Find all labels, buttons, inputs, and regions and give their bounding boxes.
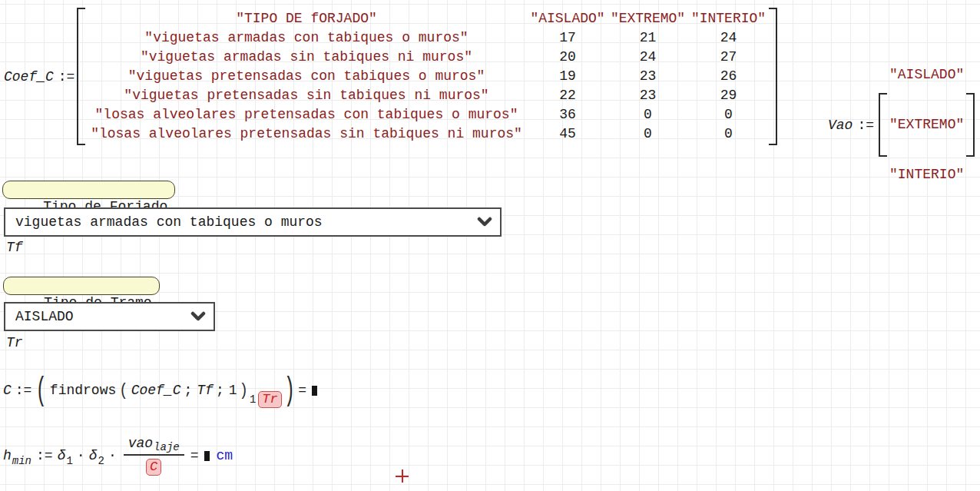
result-placeholder-box xyxy=(204,451,210,461)
tramo-dropdown[interactable]: AISLADO xyxy=(4,302,215,331)
formula-arg: Tf xyxy=(197,383,214,398)
variable-name: Tf xyxy=(6,240,23,255)
matrix-header-cell: "EXTREMO" xyxy=(608,9,688,28)
matrix-row-name: "viguetas pretensadas sin tabiques ni mu… xyxy=(85,86,528,105)
multiply-dot: · xyxy=(77,448,85,463)
coef-matrix-table: "TIPO DE fORJADO" "AISLADO" "EXTREMO" "I… xyxy=(85,9,769,144)
tramo-variable[interactable]: Tr xyxy=(6,335,23,350)
tramo-dropdown-value: AISLADO xyxy=(15,309,74,324)
equals-operator: = xyxy=(298,383,306,398)
matrix-header-cell: "TIPO DE fORJADO" xyxy=(85,9,528,28)
matrix-left-bracket xyxy=(77,8,85,145)
matrix-cell: 23 xyxy=(608,67,688,86)
equals-operator: = xyxy=(190,448,199,463)
matrix-cell: 20 xyxy=(528,48,608,67)
vector-item: "AISLADO" xyxy=(887,65,966,85)
matrix-row-name: "viguetas armadas con tabiques o muros" xyxy=(85,28,528,48)
variable-name: Tr xyxy=(6,335,23,350)
formula-arg: 1 xyxy=(229,383,237,398)
matrix-right-bracket xyxy=(769,8,777,145)
delta-1-subscript: 1 xyxy=(66,455,72,467)
formula-arg: Coef_C xyxy=(131,383,181,398)
matrix-cell: 24 xyxy=(688,28,769,48)
delta-2-subscript: 2 xyxy=(98,455,104,467)
open-paren: ( xyxy=(119,380,127,400)
unit-label: cm xyxy=(217,448,233,463)
separator: ; xyxy=(216,383,224,398)
matrix-cell: 19 xyxy=(528,67,608,86)
fraction: vaolaje C xyxy=(124,436,184,476)
vector-right-bracket xyxy=(966,93,975,157)
matrix-index-subscript: 1 Tr xyxy=(248,391,283,408)
tag-tipo-de-forjado[interactable]: Tipo de Forjado xyxy=(2,181,175,199)
numerator-subscript: laje xyxy=(154,441,180,456)
matrix-cell: 26 xyxy=(688,67,769,86)
error-highlight-c[interactable]: C xyxy=(146,459,161,476)
fraction-numerator: vaolaje xyxy=(124,436,184,456)
vao-assignment: Vao:= xyxy=(828,118,874,133)
coef-matrix-name: Coef_C xyxy=(4,69,54,85)
matrix-header-cell: "AISLADO" xyxy=(528,9,608,28)
vao-vector-items: "AISLADO" "EXTREMO" "INTERIO" xyxy=(887,35,966,215)
close-paren: ) xyxy=(284,372,295,408)
forjado-dropdown-value: viguetas armadas con tabiques o muros xyxy=(15,214,323,230)
lhs-subscript: min xyxy=(12,455,31,467)
forjado-variable[interactable]: Tf xyxy=(6,240,23,255)
assign-operator: := xyxy=(58,69,75,85)
vector-item: "EXTREMO" xyxy=(887,115,966,134)
assign-operator: := xyxy=(36,448,53,463)
crosshair-vertical xyxy=(402,469,403,483)
matrix-cell: 23 xyxy=(608,86,688,105)
formula-hmin-region[interactable]: hmin := δ1 · δ2 · vaolaje C = cm xyxy=(3,429,233,483)
delta-1: δ xyxy=(58,448,66,463)
vector-left-bracket xyxy=(879,93,887,157)
matrix-cell: 17 xyxy=(528,28,608,48)
vector-item: "INTERIO" xyxy=(887,165,966,184)
separator: ; xyxy=(184,383,192,398)
matrix-cell: 0 xyxy=(608,105,688,124)
formula-c-lhs: C xyxy=(3,383,12,398)
matrix-row-name: "viguetas pretensadas con tabiques o mur… xyxy=(85,67,528,86)
matrix-cell: 21 xyxy=(608,28,688,48)
delta-2: δ xyxy=(89,448,98,463)
forjado-dropdown[interactable]: viguetas armadas con tabiques o muros xyxy=(4,207,502,237)
vao-vector-region[interactable]: Vao:= "AISLADO" "EXTREMO" "INTERIO" xyxy=(828,35,975,215)
assign-operator: := xyxy=(15,383,32,398)
fraction-denominator: C xyxy=(145,456,162,476)
coef-matrix-region[interactable]: Coef_C:= "TIPO DE fORJADO" "AISLADO" "EX… xyxy=(4,8,777,145)
matrix-cell: 0 xyxy=(608,124,688,144)
smath-worksheet: Coef_C:= "TIPO DE fORJADO" "AISLADO" "EX… xyxy=(0,0,980,491)
close-paren: ) xyxy=(240,380,248,400)
matrix-row-name: "losas alveolares pretensadas con tabiqu… xyxy=(85,105,528,124)
matrix-cell: 27 xyxy=(688,48,769,67)
chevron-down-icon[interactable] xyxy=(190,311,207,322)
open-paren: ( xyxy=(35,372,46,408)
red-crosshair-cursor-icon xyxy=(396,469,409,483)
matrix-cell: 36 xyxy=(528,105,608,124)
matrix-cell: 0 xyxy=(688,105,769,124)
multiply-dot: · xyxy=(108,448,117,463)
formula-hmin-lhs: h xyxy=(3,448,12,463)
formula-c-region[interactable]: C := ( findrows ( Coef_C ; Tf ; 1 ) 1 Tr… xyxy=(3,373,319,407)
matrix-header-cell: "INTERIO" xyxy=(688,9,769,28)
numerator-variable: vao xyxy=(128,436,153,451)
chevron-down-icon[interactable] xyxy=(476,217,493,227)
matrix-cell: 24 xyxy=(608,48,688,67)
tag-tipo-de-tramo[interactable]: Tipo de Tramo xyxy=(3,277,160,295)
error-highlight-tr[interactable]: Tr xyxy=(258,391,281,408)
matrix-row-name: "viguetas armadas sin tabiques ni muros" xyxy=(85,48,528,67)
matrix-cell: 0 xyxy=(688,124,769,144)
matrix-cell: 45 xyxy=(528,124,608,144)
matrix-cell: 29 xyxy=(688,86,769,105)
matrix-cell: 22 xyxy=(528,86,608,105)
result-placeholder-box xyxy=(312,386,317,396)
row-index: 1 xyxy=(250,393,256,406)
vao-name: Vao xyxy=(828,118,853,133)
function-name: findrows xyxy=(50,383,116,398)
coef-matrix-assignment: Coef_C:= xyxy=(4,69,77,85)
assign-operator: := xyxy=(857,118,874,133)
matrix-row-name: "losas alveolares pretensadas sin tabiqu… xyxy=(85,124,528,144)
